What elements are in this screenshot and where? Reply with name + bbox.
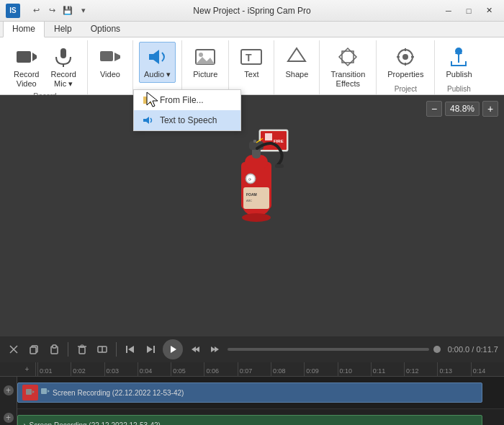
record-video-label: RecordVideo bbox=[14, 70, 39, 89]
cut-btn[interactable] bbox=[6, 341, 22, 357]
audio-clip-icon: ♪ bbox=[22, 421, 27, 425]
ribbon-group-publish: Publish Publish bbox=[435, 40, 482, 94]
shape-label: Shape bbox=[285, 70, 308, 79]
text-to-speech-icon bbox=[143, 115, 154, 126]
picture-btn[interactable]: Picture bbox=[188, 42, 222, 83]
svg-rect-56 bbox=[126, 346, 127, 353]
ruler-mark-8: 0:09 bbox=[304, 362, 337, 376]
ribbon-group-publish-buttons: Publish bbox=[441, 42, 477, 85]
tab-help[interactable]: Help bbox=[45, 20, 81, 37]
ribbon-group-project-label: Project bbox=[395, 85, 417, 94]
text-to-speech-item[interactable]: Text to Speech bbox=[134, 110, 240, 130]
transition-icon bbox=[336, 45, 359, 68]
svg-marker-57 bbox=[147, 346, 153, 353]
rewind-btn[interactable] bbox=[187, 341, 203, 357]
split-btn[interactable] bbox=[94, 341, 110, 357]
audio-track-row: ♪ Screen Recording (22.12.2022 12-53-42) bbox=[17, 409, 504, 425]
text-btn[interactable]: T Text bbox=[235, 42, 268, 83]
record-video-btn[interactable]: RecordVideo bbox=[9, 42, 44, 92]
app-icon: IS bbox=[6, 4, 20, 18]
window-controls: ─ □ ✕ bbox=[439, 3, 498, 19]
record-mic-btn[interactable]: RecordMic ▾ bbox=[45, 42, 81, 92]
svg-marker-67 bbox=[48, 390, 50, 393]
add-track-ruler-btn[interactable]: + bbox=[25, 365, 30, 373]
from-file-item[interactable]: From File... bbox=[134, 90, 240, 110]
svg-rect-64 bbox=[26, 389, 32, 395]
zoom-controls: − 48.8% + bbox=[426, 101, 498, 117]
record-mic-label: RecordMic ▾ bbox=[50, 70, 76, 89]
publish-btn[interactable]: Publish bbox=[441, 42, 477, 83]
ruler-mark-13: 0:14 bbox=[471, 362, 504, 376]
svg-rect-41 bbox=[253, 140, 256, 143]
scene-svg: FIRE ⟳ FOAM ABC bbox=[180, 115, 324, 317]
ribbon-group-publish-label: Publish bbox=[447, 85, 471, 94]
audio-dropdown-menu: From File... Text to Speech bbox=[133, 89, 241, 131]
tab-home[interactable]: Home bbox=[3, 20, 45, 37]
video-clip[interactable]: Screen Recording (22.12.2022 12-53-42) bbox=[17, 382, 482, 403]
text-icon: T bbox=[240, 45, 263, 68]
ribbon-group-audio-buttons: Audio ▾ bbox=[139, 42, 176, 93]
svg-text:FOAM: FOAM bbox=[246, 192, 257, 197]
video-clip-label: Screen Recording (22.12.2022 12-53-42) bbox=[53, 389, 184, 397]
transition-btn[interactable]: TransitionEffects bbox=[325, 42, 370, 92]
timeline-track[interactable] bbox=[228, 348, 429, 351]
audio-btn[interactable]: Audio ▾ bbox=[139, 42, 176, 83]
svg-marker-6 bbox=[149, 50, 159, 64]
timeline-area: + 0:01 0:02 0:03 0:04 0:05 0:06 0:07 0:0… bbox=[0, 362, 504, 425]
text-to-speech-label: Text to Speech bbox=[160, 115, 217, 125]
ribbon-group-video-buttons: Video bbox=[94, 42, 127, 93]
delete-btn[interactable] bbox=[74, 341, 90, 357]
minimize-btn[interactable]: ─ bbox=[439, 3, 458, 19]
ruler-mark-5: 0:06 bbox=[204, 362, 237, 376]
add-video-track-btn[interactable]: + bbox=[4, 385, 14, 395]
timeline-track-rows: Screen Recording (22.12.2022 12-53-42) ♪… bbox=[17, 377, 504, 425]
ruler-mark-1: 0:02 bbox=[71, 362, 104, 376]
copy-btn[interactable] bbox=[26, 341, 42, 357]
timeline-marker[interactable] bbox=[433, 346, 441, 353]
zoom-in-btn[interactable]: + bbox=[482, 101, 498, 117]
text-label: Text bbox=[244, 70, 258, 79]
zoom-out-btn[interactable]: − bbox=[426, 101, 442, 117]
shape-btn[interactable]: Shape bbox=[280, 42, 313, 83]
paste-btn[interactable] bbox=[46, 341, 62, 357]
timeline-side-panel: + + bbox=[0, 377, 17, 425]
picture-icon bbox=[194, 45, 217, 68]
ribbon-group-video: Video bbox=[88, 40, 133, 94]
folder-icon bbox=[143, 94, 154, 106]
ribbon-group-audio: Audio ▾ From File... Text to Speech bbox=[133, 40, 182, 94]
ruler-mark-10: 0:11 bbox=[371, 362, 404, 376]
svg-text:T: T bbox=[246, 52, 252, 63]
properties-icon bbox=[394, 45, 417, 68]
tab-options[interactable]: Options bbox=[81, 20, 130, 37]
add-audio-track-btn[interactable]: + bbox=[4, 413, 14, 423]
next-frame-btn[interactable] bbox=[143, 341, 158, 357]
save-btn[interactable]: 💾 bbox=[60, 4, 75, 17]
properties-btn[interactable]: Properties bbox=[382, 42, 428, 83]
svg-text:ABC: ABC bbox=[246, 199, 252, 202]
prev-frame-btn[interactable] bbox=[122, 341, 138, 357]
maximize-btn[interactable]: □ bbox=[459, 3, 478, 19]
forward-btn[interactable] bbox=[207, 341, 223, 357]
record-video-icon bbox=[15, 45, 38, 68]
canvas-content: FIRE ⟳ FOAM ABC bbox=[0, 95, 504, 336]
publish-icon bbox=[447, 45, 470, 68]
ruler-mark-2: 0:03 bbox=[104, 362, 138, 376]
close-btn[interactable]: ✕ bbox=[480, 3, 498, 19]
canvas-area: − 48.8% + FIRE ⟳ bbox=[0, 95, 504, 336]
separator-2 bbox=[116, 342, 117, 357]
svg-rect-4 bbox=[100, 51, 113, 61]
quick-access-dropdown[interactable]: ▾ bbox=[76, 4, 91, 17]
ruler-mark-9: 0:10 bbox=[338, 362, 371, 376]
undo-btn[interactable]: ↩ bbox=[29, 4, 43, 17]
shape-icon bbox=[285, 45, 308, 68]
audio-clip[interactable]: ♪ Screen Recording (22.12.2022 12-53-42) bbox=[17, 415, 482, 425]
svg-point-43 bbox=[242, 213, 271, 222]
play-btn[interactable] bbox=[163, 339, 183, 359]
video-btn[interactable]: Video bbox=[94, 42, 127, 83]
redo-btn[interactable]: ↪ bbox=[45, 4, 59, 17]
svg-marker-55 bbox=[128, 346, 134, 353]
video-label: Video bbox=[100, 70, 120, 79]
separator-1 bbox=[68, 342, 68, 357]
svg-text:FIRE: FIRE bbox=[274, 139, 284, 143]
ribbon-group-picture-buttons: Picture bbox=[188, 42, 222, 93]
